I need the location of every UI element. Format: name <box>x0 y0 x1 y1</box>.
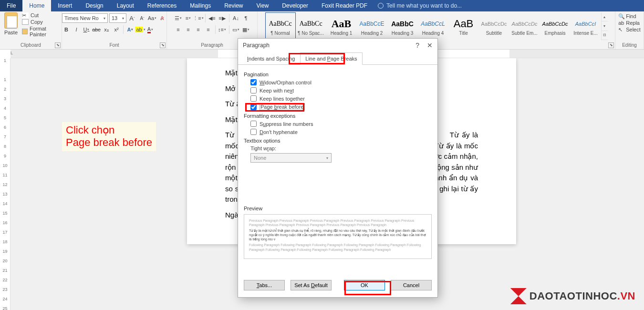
style--normal[interactable]: AaBbCc¶ Normal <box>265 12 296 40</box>
tabs-button[interactable]: Tabs... <box>244 280 285 290</box>
select-button[interactable]: ↖Select <box>618 27 641 32</box>
font-name-combo[interactable]: Times New Ro▾ <box>62 13 108 23</box>
tab-foxit[interactable]: Foxit Reader PDF <box>315 0 374 11</box>
group-label-clipboard: Clipboard <box>3 41 59 49</box>
style-intense-e-[interactable]: AaBbCcIIntense E... <box>571 12 601 40</box>
tab-developer[interactable]: Developer <box>275 0 315 11</box>
find-button[interactable]: 🔍Find <box>618 13 641 19</box>
dialog-title: Paragraph <box>243 42 270 49</box>
ok-button[interactable]: OK <box>344 280 385 290</box>
align-left-button[interactable]: ≡ <box>174 25 183 34</box>
tell-me-placeholder: Tell me what you want to do... <box>386 2 462 9</box>
keep-lines-together-checkbox[interactable]: Keep lines together <box>250 95 432 102</box>
style-subtle-em-[interactable]: AaBbCcDcSubtle Em... <box>509 12 540 40</box>
dialog-close-button[interactable]: ✕ <box>427 41 433 49</box>
style-heading-1[interactable]: AaBHeading 1 <box>326 12 357 40</box>
suppress-line-numbers-checkbox[interactable]: Suppress line numbers <box>250 121 432 127</box>
dialog-help-button[interactable]: ? <box>415 41 419 49</box>
align-center-button[interactable]: ≡ <box>184 25 193 34</box>
text-effects-button[interactable]: A▾ <box>126 25 135 34</box>
underline-button[interactable]: U▾ <box>82 25 91 34</box>
tab-home[interactable]: Home <box>22 0 51 11</box>
clipboard-launcher[interactable]: ⬊ <box>55 42 61 48</box>
group-clipboard: Paste ✂Cut Copy Format Painter Clipboard… <box>0 11 62 49</box>
callout-annotation: Click chọn Page break before <box>62 122 156 151</box>
tab-review[interactable]: Review <box>218 0 249 11</box>
tab-line-page-breaks[interactable]: Line and Page Breaks <box>300 52 362 65</box>
tab-view[interactable]: View <box>250 0 276 11</box>
keep-with-next-checkbox[interactable]: Keep with next <box>250 87 432 93</box>
highlight-button[interactable]: ab▾ <box>136 25 145 34</box>
cut-button[interactable]: ✂Cut <box>22 12 59 18</box>
style-subtitle[interactable]: AaBbCcDcSubtitle <box>479 12 509 40</box>
styles-scroll[interactable]: ▴▾⊟ <box>601 12 608 40</box>
font-size-combo[interactable]: 13▾ <box>109 13 126 23</box>
font-launcher[interactable]: ⬊ <box>160 42 166 48</box>
replace-icon: ab <box>618 20 624 26</box>
increase-indent-button[interactable]: ≡▶ <box>218 13 227 23</box>
tab-insert[interactable]: Insert <box>51 0 79 11</box>
tab-design[interactable]: Design <box>79 0 110 11</box>
subscript-button[interactable]: x₂ <box>102 25 111 34</box>
line-spacing-button[interactable]: ↕≡▾ <box>218 25 227 34</box>
cancel-button[interactable]: Cancel <box>391 280 432 290</box>
search-icon: 🔍 <box>618 13 624 19</box>
style-emphasis[interactable]: AaBbCcDcEmphasis <box>540 12 571 40</box>
tight-wrap-select: None▾ <box>250 153 332 163</box>
tab-layout[interactable]: Layout <box>110 0 141 11</box>
vertical-ruler[interactable]: 1123456789101112131415161718192021222324… <box>0 58 10 310</box>
group-label-editing: Editing <box>618 41 641 49</box>
style-heading-2[interactable]: AaBbCcEHeading 2 <box>357 12 387 40</box>
tight-wrap-label: Tight wrap: <box>250 145 276 151</box>
style-heading-4[interactable]: AaBbCcLHeading 4 <box>418 12 448 40</box>
brush-icon <box>22 29 28 34</box>
paragraph-dialog: Paragraph ? ✕ Indents and Spacing Line a… <box>238 38 438 298</box>
decrease-indent-button[interactable]: ◀≡ <box>208 13 217 23</box>
align-right-button[interactable]: ≡ <box>194 25 203 34</box>
font-color-button[interactable]: A▾ <box>146 25 155 34</box>
textbox-section-label: Textbox options <box>244 138 432 144</box>
borders-button[interactable]: ▦▾ <box>242 25 250 34</box>
clear-format-button[interactable]: A̷ <box>158 13 166 23</box>
superscript-button[interactable]: x² <box>112 25 121 34</box>
style-title[interactable]: AaBTitle <box>448 12 479 40</box>
change-case-button[interactable]: Aa▾ <box>148 13 156 23</box>
paste-button[interactable]: Paste <box>3 12 19 40</box>
preview-section-label: Preview <box>244 206 432 211</box>
tab-indents-spacing[interactable]: Indents and Spacing <box>242 52 300 65</box>
italic-button[interactable]: I <box>72 25 81 34</box>
widow-orphan-checkbox[interactable]: Widow/Orphan control <box>250 79 432 85</box>
shrink-font-button[interactable]: Aˇ <box>138 13 146 23</box>
styles-launcher[interactable]: ⬊ <box>608 42 614 48</box>
grow-font-button[interactable]: Aˆ <box>128 13 136 23</box>
tab-file[interactable]: File <box>0 0 22 11</box>
group-editing: 🔍Find abRepla ↖Select Editing <box>615 11 644 49</box>
formatting-section-label: Formatting exceptions <box>244 113 432 119</box>
page-break-before-checkbox[interactable]: Page break before <box>250 103 432 110</box>
style--no-spac-[interactable]: AaBbCc¶ No Spac... <box>296 12 326 40</box>
tab-mailings[interactable]: Mailings <box>183 0 218 11</box>
copy-button[interactable]: Copy <box>22 19 59 25</box>
shading-button[interactable]: ▭▾ <box>232 25 240 34</box>
replace-button[interactable]: abRepla <box>618 20 641 26</box>
tell-me-search[interactable]: Tell me what you want to do... <box>374 0 466 11</box>
justify-button[interactable]: ≡ <box>204 25 213 34</box>
logo-icon <box>510 288 527 304</box>
tab-references[interactable]: References <box>141 0 183 11</box>
bold-button[interactable]: B <box>62 25 71 34</box>
numbering-button[interactable]: ≡▾ <box>184 13 193 23</box>
show-marks-button[interactable]: ¶ <box>242 13 250 23</box>
bullets-button[interactable]: ☰▾ <box>174 13 183 23</box>
paste-icon <box>4 12 18 29</box>
copy-icon <box>22 19 29 25</box>
style-heading-3[interactable]: AaBbCHeading 3 <box>387 12 418 40</box>
set-default-button[interactable]: Set As Default <box>291 280 332 290</box>
dialog-titlebar[interactable]: Paragraph ? ✕ <box>238 39 437 52</box>
sort-button[interactable]: A↓ <box>232 13 240 23</box>
strike-button[interactable]: abc <box>92 25 101 34</box>
dont-hyphenate-checkbox[interactable]: Don't hyphenate <box>250 129 432 135</box>
group-label-font: Font <box>65 41 164 49</box>
multilevel-button[interactable]: ⋮≡▾ <box>194 13 203 23</box>
ribbon-tabs: File Home Insert Design Layout Reference… <box>0 0 644 11</box>
format-painter-button[interactable]: Format Painter <box>22 26 59 37</box>
